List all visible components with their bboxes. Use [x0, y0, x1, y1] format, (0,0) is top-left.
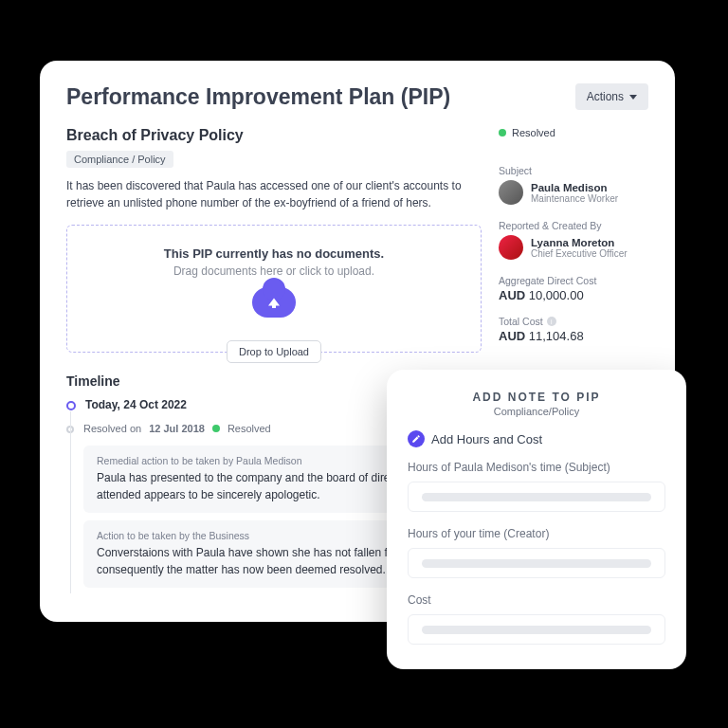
upload-title: This PIP currently has no documents. — [77, 246, 471, 261]
reporter-label: Reported & Created By — [499, 220, 648, 231]
page-title: Performance Improvement Plan (PIP) — [66, 84, 450, 110]
modal-title: ADD NOTE TO PIP — [408, 391, 665, 404]
field-label-subject-hours: Hours of Paula Medison's time (Subject) — [408, 461, 665, 474]
cost-input[interactable] — [408, 614, 665, 645]
upload-dropzone[interactable]: This PIP currently has no documents. Dra… — [66, 225, 482, 353]
placeholder-skeleton — [422, 626, 651, 634]
actions-label: Actions — [587, 90, 624, 103]
subject-person[interactable]: Paula Medison Maintenance Worker — [499, 180, 648, 205]
placeholder-skeleton — [422, 559, 651, 568]
pip-description: It has been discovered that Paula has ac… — [66, 177, 482, 211]
resolved-prefix: Resolved on — [83, 423, 141, 434]
resolved-label: Resolved — [228, 423, 271, 434]
subject-role: Maintenance Worker — [531, 193, 618, 204]
timeline-dot-icon — [66, 426, 74, 433]
timeline-today: Today, 24 Oct 2022 — [85, 398, 187, 411]
pip-title: Breach of Privacy Policy — [66, 127, 482, 144]
aggregate-cost-label: Aggregate Direct Cost — [499, 275, 648, 286]
category-tag: Compliance / Policy — [66, 151, 173, 168]
header: Performance Improvement Plan (PIP) Actio… — [66, 83, 648, 110]
status-dot-icon — [499, 129, 506, 136]
total-cost-label: Total Cost i — [499, 316, 648, 327]
cloud-upload-icon — [252, 287, 296, 318]
status-dot-icon — [212, 425, 220, 432]
upload-subtitle: Drag documents here or click to upload. — [77, 264, 471, 278]
timeline-resolved-line: Resolved on 12 Jul 2018 Resolved — [83, 423, 271, 434]
pencil-icon — [408, 430, 425, 447]
modal-section-label: Add Hours and Cost — [431, 432, 542, 446]
chevron-down-icon — [629, 95, 637, 100]
reporter-person[interactable]: Lyanna Moreton Chief Executive Officer — [499, 235, 648, 260]
subject-hours-input[interactable] — [408, 482, 665, 512]
avatar — [499, 235, 523, 260]
avatar — [499, 180, 523, 205]
modal-subtitle: Compliance/Policy — [408, 406, 665, 417]
creator-hours-input[interactable] — [408, 548, 665, 578]
timeline-dot-icon — [66, 401, 76, 410]
add-note-modal: ADD NOTE TO PIP Compliance/Policy Add Ho… — [387, 370, 686, 669]
status-badge: Resolved — [499, 127, 648, 138]
aggregate-cost-value: AUD 10,000.00 — [499, 288, 648, 302]
status-text: Resolved — [512, 127, 555, 138]
reporter-role: Chief Executive Officer — [531, 248, 628, 259]
field-label-cost: Cost — [408, 593, 665, 607]
subject-name: Paula Medison — [531, 182, 618, 193]
drop-upload-button[interactable]: Drop to Upload — [227, 340, 321, 363]
subject-label: Subject — [499, 165, 648, 176]
placeholder-skeleton — [422, 493, 651, 501]
total-cost-value: AUD 11,104.68 — [499, 329, 648, 343]
resolved-date: 12 Jul 2018 — [149, 423, 205, 434]
reporter-name: Lyanna Moreton — [531, 237, 628, 248]
actions-button[interactable]: Actions — [575, 83, 648, 110]
field-label-creator-hours: Hours of your time (Creator) — [408, 527, 665, 540]
info-icon[interactable]: i — [547, 317, 556, 326]
modal-section-header: Add Hours and Cost — [408, 430, 665, 447]
